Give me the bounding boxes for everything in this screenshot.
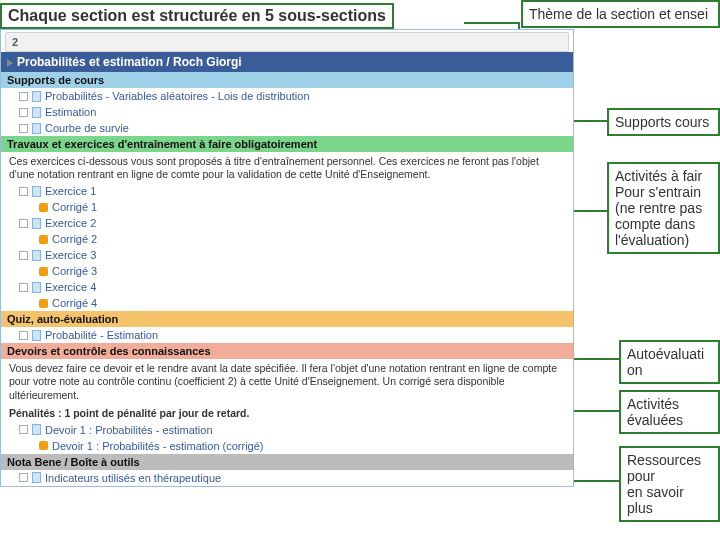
exercice-link-label: Exercice 3: [45, 249, 96, 261]
corrige-icon: [39, 203, 48, 212]
corrige-link[interactable]: Corrigé 3: [1, 263, 573, 279]
course-panel: 2 Probabilités et estimation / Roch Gior…: [0, 29, 574, 487]
subsection-travaux: Travaux et exercices d'entraînement à fa…: [1, 136, 573, 152]
page-icon: [32, 218, 41, 229]
connector: [464, 22, 520, 24]
page-icon: [32, 282, 41, 293]
label-activites-evaluees: Activités évaluées: [619, 390, 720, 434]
toolbox-link-label: Indicateurs utilisés en thérapeutique: [45, 472, 221, 484]
corrige-link-label: Corrigé 3: [52, 265, 97, 277]
corrige-link[interactable]: Corrigé 1: [1, 199, 573, 215]
section-header: Probabilités et estimation / Roch Giorgi: [1, 52, 573, 72]
resource-link[interactable]: Estimation: [1, 104, 573, 120]
connector: [574, 358, 619, 360]
subsection-nb: Nota Bene / Boîte à outils: [1, 454, 573, 470]
resource-link[interactable]: Courbe de survie: [1, 120, 573, 136]
devoirs-penalites: Pénalités : 1 point de pénalité par jour…: [1, 404, 573, 422]
exercice-link-label: Exercice 1: [45, 185, 96, 197]
page-icon: [32, 107, 41, 118]
label-supports: Supports cours: [607, 108, 720, 136]
corrige-icon: [39, 441, 48, 450]
checkbox-icon: [19, 331, 28, 340]
corrige-icon: [39, 299, 48, 308]
checkbox-icon: [19, 251, 28, 260]
exercice-link[interactable]: Exercice 1: [1, 183, 573, 199]
page-icon: [32, 250, 41, 261]
exercice-link[interactable]: Exercice 2: [1, 215, 573, 231]
checkbox-icon: [19, 283, 28, 292]
checkbox-icon: [19, 124, 28, 133]
devoir-corrige-link-label: Devoir 1 : Probabilités - estimation (co…: [52, 440, 264, 452]
section-collapser[interactable]: 2: [5, 32, 569, 52]
corrige-link-label: Corrigé 1: [52, 201, 97, 213]
exercice-link-label: Exercice 4: [45, 281, 96, 293]
label-ressources: Ressources pour en savoir plus: [619, 446, 720, 522]
checkbox-icon: [19, 219, 28, 228]
exercice-link[interactable]: Exercice 4: [1, 279, 573, 295]
chevron-right-icon: [7, 59, 13, 67]
subsection-devoirs: Devoirs et contrôle des connaissances: [1, 343, 573, 359]
corrige-link-label: Corrigé 2: [52, 233, 97, 245]
resource-link-label: Courbe de survie: [45, 122, 129, 134]
travaux-description: Ces exercices ci-dessous vous sont propo…: [1, 152, 573, 183]
devoir-link[interactable]: Devoir 1 : Probabilités - estimation: [1, 422, 573, 438]
corrige-link[interactable]: Corrigé 4: [1, 295, 573, 311]
label-theme: Thème de la section et ensei: [521, 0, 720, 28]
subsection-quiz: Quiz, auto-évaluation: [1, 311, 573, 327]
connector: [574, 480, 619, 482]
checkbox-icon: [19, 425, 28, 434]
connector: [574, 210, 607, 212]
label-activites-entrainement: Activités à fair Pour s'entrain (ne rent…: [607, 162, 720, 254]
page-title: Chaque section est structurée en 5 sous-…: [0, 3, 394, 29]
quiz-link[interactable]: Probabilité - Estimation: [1, 327, 573, 343]
devoirs-description: Vous devez faire ce devoir et le rendre …: [1, 359, 573, 403]
page-icon: [32, 91, 41, 102]
label-autoevaluation: Autoévaluati on: [619, 340, 720, 384]
page-icon: [32, 424, 41, 435]
connector: [574, 120, 607, 122]
devoir-link-label: Devoir 1 : Probabilités - estimation: [45, 424, 213, 436]
quiz-link-label: Probabilité - Estimation: [45, 329, 158, 341]
toolbox-link[interactable]: Indicateurs utilisés en thérapeutique: [1, 470, 573, 486]
resource-link-label: Estimation: [45, 106, 96, 118]
corrige-link-label: Corrigé 4: [52, 297, 97, 309]
corrige-link[interactable]: Corrigé 2: [1, 231, 573, 247]
resource-link[interactable]: Probabilités - Variables aléatoires - Lo…: [1, 88, 573, 104]
devoir-corrige-link[interactable]: Devoir 1 : Probabilités - estimation (co…: [1, 438, 573, 454]
page-icon: [32, 330, 41, 341]
section-header-text: Probabilités et estimation / Roch Giorgi: [17, 55, 242, 69]
checkbox-icon: [19, 92, 28, 101]
exercice-link[interactable]: Exercice 3: [1, 247, 573, 263]
corrige-icon: [39, 267, 48, 276]
page-icon: [32, 186, 41, 197]
exercice-link-label: Exercice 2: [45, 217, 96, 229]
checkbox-icon: [19, 473, 28, 482]
resource-link-label: Probabilités - Variables aléatoires - Lo…: [45, 90, 310, 102]
subsection-supports: Supports de cours: [1, 72, 573, 88]
checkbox-icon: [19, 108, 28, 117]
connector: [574, 410, 619, 412]
checkbox-icon: [19, 187, 28, 196]
page-icon: [32, 472, 41, 483]
page-icon: [32, 123, 41, 134]
corrige-icon: [39, 235, 48, 244]
